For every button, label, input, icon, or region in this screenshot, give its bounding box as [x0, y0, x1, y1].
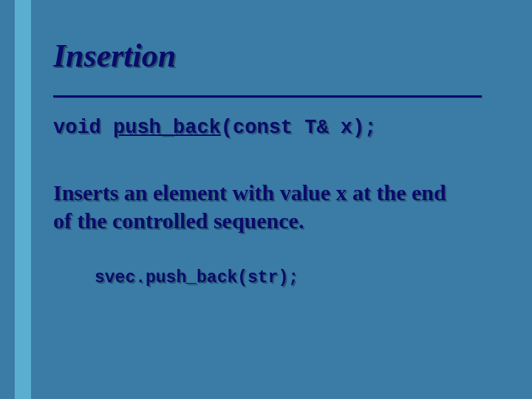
signature-post: (const T& x); — [221, 117, 377, 139]
description: Inserts an element with value x at the e… — [53, 179, 467, 236]
function-signature: void push_back(const T& x); void push_ba… — [53, 117, 502, 139]
code-example: svec.push_back(str); svec.push_back(str)… — [95, 268, 502, 287]
slide-content: Insertion Insertion void push_back(const… — [53, 37, 502, 287]
title-text: Insertion — [53, 38, 176, 74]
slide-title: Insertion Insertion — [53, 37, 502, 75]
signature-text: void push_back(const T& x); — [53, 117, 376, 139]
title-rule — [53, 95, 482, 98]
accent-bar — [15, 0, 31, 399]
signature-link[interactable]: push_back — [113, 117, 221, 139]
example-text: svec.push_back(str); — [95, 268, 299, 287]
signature-pre: void — [53, 117, 113, 139]
description-text: Inserts an element with value x at the e… — [53, 180, 446, 233]
